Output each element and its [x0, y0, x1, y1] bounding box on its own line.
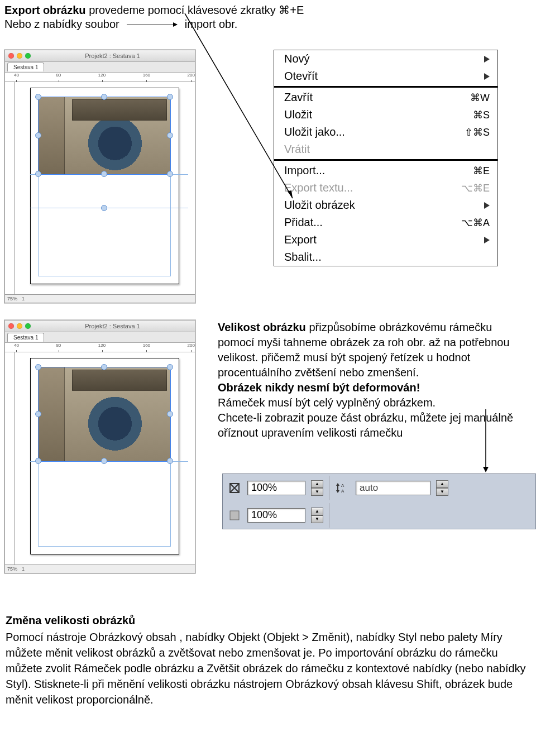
menu-shortcut: ⌥⌘A	[461, 217, 490, 229]
measurements-toolbar: 100% ▲ ▼ AA auto ▲ ▼	[222, 473, 536, 529]
window-title: Projekt2 : Sestava 1	[85, 52, 140, 59]
scale-x-field[interactable]: 100%	[247, 481, 305, 495]
para-text-3: Rámeček musí být celý vyplněný obrázkem.	[218, 396, 436, 409]
menu-item[interactable]: Uložit⌘S	[274, 106, 497, 123]
image-frame[interactable]	[38, 367, 171, 462]
menu-item-label: Uložit	[284, 108, 473, 121]
resize-handle[interactable]	[35, 94, 41, 100]
resize-handle[interactable]	[167, 132, 173, 138]
menu-item-label: Uložit jako...	[284, 126, 465, 138]
editor-canvas[interactable]	[15, 352, 195, 564]
resize-handle[interactable]	[101, 94, 107, 100]
export-rest: provedeme pomocí klávesové zkratky ⌘+E	[86, 4, 304, 16]
para-text-4: Chcete-li zobrazit pouze část obrázku, m…	[218, 412, 513, 439]
window-title: Projekt2 : Sestava 1	[85, 323, 140, 329]
submenu-arrow-icon	[484, 56, 490, 63]
svg-rect-10	[230, 511, 239, 520]
editor-window: Projekt2 : Sestava 1 Sestava 1 40 80 120…	[4, 320, 195, 573]
resize-handle[interactable]	[101, 364, 107, 370]
menu-item[interactable]: Uložit obrázek	[274, 197, 497, 214]
export-bold: Export obrázku	[4, 4, 86, 16]
ruler-vertical	[5, 82, 15, 294]
leading-stepper[interactable]: ▲ ▼	[436, 480, 448, 496]
ruler-horizontal: 40 80 120 160 200	[5, 343, 195, 352]
scale-y-field[interactable]: 100%	[247, 508, 305, 523]
menu-item-label: Sbalit...	[284, 251, 490, 264]
close-icon[interactable]	[8, 323, 14, 329]
menu-item[interactable]: Import...⌘E	[274, 162, 497, 179]
menu-item[interactable]: Otevřít	[274, 68, 497, 85]
resize-handle[interactable]	[167, 94, 173, 100]
step-up-icon[interactable]: ▲	[436, 480, 448, 488]
menu-item-label: Otevřít	[284, 70, 484, 83]
resize-title: Změna velikosti obrázků	[6, 613, 530, 628]
scale-x-stepper[interactable]: ▲ ▼	[311, 480, 323, 496]
menu-item-label: Uložit obrázek	[284, 199, 484, 212]
resize-handle[interactable]	[167, 171, 173, 177]
scale-y-stepper[interactable]: ▲ ▼	[311, 508, 323, 523]
minimize-icon[interactable]	[17, 53, 22, 59]
header-line-1: Export obrázku provedeme pomocí klávesov…	[0, 0, 536, 18]
step-up-icon[interactable]: ▲	[311, 508, 323, 515]
scale-y-icon	[227, 508, 242, 523]
zoom-value: 75%	[7, 296, 17, 302]
ruler-tick: 160	[143, 343, 150, 352]
resize-handle[interactable]	[167, 458, 173, 464]
document-tab[interactable]: Sestava 1	[7, 333, 44, 342]
ruler-tick: 40	[14, 73, 19, 82]
svg-marker-12	[483, 467, 489, 472]
page-value: 1	[22, 566, 25, 572]
resize-handle[interactable]	[35, 171, 41, 177]
resize-handle[interactable]	[167, 411, 173, 417]
document-tab[interactable]: Sestava 1	[7, 63, 44, 71]
menu-item[interactable]: Nový	[274, 50, 497, 68]
image-frame[interactable]	[38, 97, 171, 175]
ruler-tick: 200	[188, 73, 195, 82]
separator	[329, 503, 330, 528]
para-bold-2: Obrázek nikdy nesmí být deformován!	[218, 381, 420, 394]
image-size-paragraph: Velikost obrázku přizpůsobíme obrázkovém…	[218, 320, 532, 441]
ruler-vertical	[5, 352, 15, 564]
resize-handle[interactable]	[35, 458, 41, 464]
menu-shortcut: ⌘E	[473, 165, 490, 177]
leading-value: auto	[360, 482, 378, 494]
zoom-value: 75%	[7, 566, 17, 572]
header-line-2: Nebo z nabídky soubor import obr.	[0, 18, 536, 33]
resize-handle[interactable]	[167, 364, 173, 370]
menu-item[interactable]: Sbalit...	[274, 248, 497, 266]
zoom-icon[interactable]	[25, 53, 31, 59]
resize-handle[interactable]	[101, 458, 107, 464]
menu-item[interactable]: Zavřít⌘W	[274, 89, 497, 106]
menu-shortcut: ⌘S	[473, 109, 490, 121]
menu-item[interactable]: Přidat...⌥⌘A	[274, 214, 497, 231]
resize-handle[interactable]	[35, 132, 41, 138]
svg-text:A: A	[341, 489, 344, 494]
resize-handle[interactable]	[101, 205, 107, 211]
zoom-icon[interactable]	[25, 323, 31, 329]
step-up-icon[interactable]: ▲	[311, 480, 323, 488]
submenu-arrow-icon	[484, 73, 490, 80]
ruler-tick: 200	[188, 343, 195, 352]
status-bar: 75% 1	[5, 294, 195, 303]
editor-canvas[interactable]	[15, 82, 195, 294]
resize-handle[interactable]	[35, 364, 41, 370]
editor-window: Projekt2 : Sestava 1 Sestava 1 40 80 120…	[4, 50, 195, 303]
menu-item[interactable]: Export	[274, 231, 497, 248]
arrow-right-icon	[127, 25, 177, 25]
minimize-icon[interactable]	[17, 323, 22, 329]
close-icon[interactable]	[8, 53, 14, 59]
menu-shortcut: ⌘W	[470, 92, 490, 104]
ruler-tick: 80	[56, 343, 61, 352]
svg-text:A: A	[341, 483, 344, 488]
resize-handle[interactable]	[35, 411, 41, 417]
step-down-icon[interactable]: ▼	[436, 488, 448, 496]
file-menu: NovýOtevřítZavřít⌘WUložit⌘SUložit jako..…	[274, 50, 498, 266]
guide-line	[30, 208, 188, 208]
resize-handle[interactable]	[101, 171, 107, 177]
step-down-icon[interactable]: ▼	[311, 488, 323, 496]
scale-y-value: 100%	[251, 509, 277, 521]
menu-item[interactable]: Uložit jako...⇧⌘S	[274, 123, 497, 141]
scale-x-icon	[227, 481, 242, 495]
step-down-icon[interactable]: ▼	[311, 515, 323, 523]
leading-field[interactable]: auto	[356, 481, 430, 495]
